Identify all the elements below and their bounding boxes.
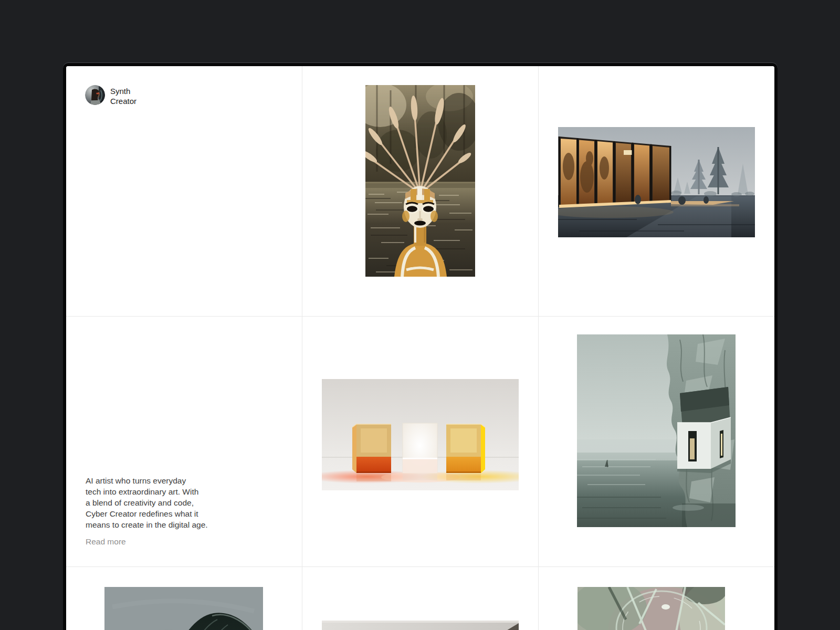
grid-divider-horizontal-1 (66, 316, 774, 317)
read-more-link[interactable]: Read more (86, 537, 126, 547)
glass-cubes-image (322, 379, 519, 490)
shattered-glass-image (578, 587, 725, 630)
artwork-light-product[interactable] (322, 621, 519, 630)
profile-name: Synth Creator (110, 85, 143, 106)
light-product-image (322, 621, 519, 630)
artwork-foggy-glass-pavilion[interactable] (558, 127, 755, 237)
grid-divider-horizontal-2 (66, 566, 774, 567)
artwork-cliff-cube-house[interactable] (577, 334, 736, 527)
tribal-portrait-image (365, 85, 475, 277)
grid-divider-vertical-2 (538, 66, 539, 630)
desktop-background: Synth Creator AI artist who turns everyd… (0, 0, 840, 630)
avatar-image (85, 85, 105, 105)
artwork-tribal-portrait[interactable] (365, 85, 475, 277)
artwork-shattered-glass[interactable] (578, 587, 725, 630)
profile-bio: AI artist who turns everyday tech into e… (86, 475, 217, 530)
artwork-glass-cubes[interactable] (322, 379, 519, 490)
portfolio-page: Synth Creator AI artist who turns everyd… (66, 66, 774, 630)
grid-divider-vertical-1 (302, 66, 302, 630)
foggy-glass-pavilion-image (558, 127, 755, 237)
profile-avatar (85, 85, 105, 105)
painted-portrait-image (104, 587, 263, 630)
browser-window: Synth Creator AI artist who turns everyd… (63, 63, 778, 630)
cliff-cube-house-image (577, 334, 736, 527)
profile-header-link[interactable]: Synth Creator (85, 85, 143, 106)
artwork-painted-portrait[interactable] (104, 587, 263, 630)
